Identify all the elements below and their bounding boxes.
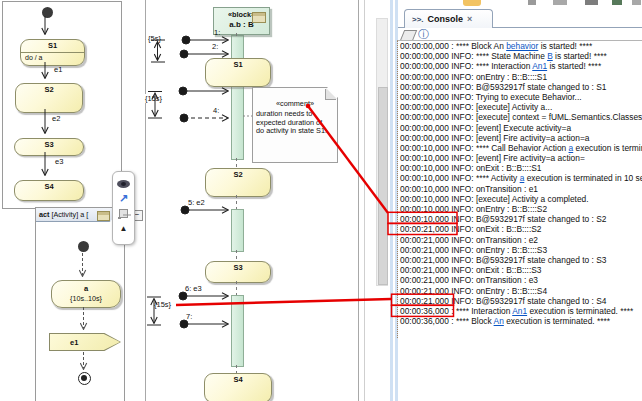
truncated-toolbar-icon-5[interactable] — [632, 0, 641, 5]
console-log-line: 00:00:00,000 INFO: onEntry : B::B::::S1 — [400, 72, 642, 82]
console-log-line: 00:00:00,000 INFO: **** State Machine B … — [400, 51, 642, 61]
message-2-found-dot — [180, 50, 188, 58]
message-1-label[interactable]: 1: — [214, 28, 220, 37]
state-invariant-s4-label: S4 — [205, 374, 271, 386]
tab-console[interactable]: >>. Console × — [404, 9, 493, 28]
state-invariant-s3[interactable]: S3 — [205, 261, 271, 283]
message-7-label[interactable]: 7: — [186, 312, 192, 321]
console-log-line: 00:00:21,000 INFO: B@5932917f state chan… — [400, 255, 642, 265]
duration-constraint-15s-1[interactable]: {15s} — [144, 94, 163, 103]
console-text: 00:00:21,000 INFO: B@5932917f state chan… — [400, 296, 606, 306]
console-link[interactable]: An1 — [512, 306, 527, 316]
console-log-line: 00:00:10,000 INFO: **** Activity a execu… — [400, 173, 642, 183]
duration-arrows[interactable] — [147, 40, 165, 325]
console-text: 00:00:21,000 INFO: onExit : B::B::::S3 — [400, 265, 542, 275]
eye-glyph — [117, 180, 130, 188]
console-log-line: 00:00:21,000 INFO: onExit : B::B::::S2 — [400, 224, 642, 234]
console-link[interactable]: An — [494, 316, 504, 326]
panel-splitter[interactable] — [364, 0, 365, 401]
comment-text: duration needs to expected duration of d… — [253, 108, 332, 136]
transition-label-e3[interactable]: e3 — [55, 157, 63, 166]
activity-frame-header[interactable]: act [Activity] a [ — [36, 208, 116, 222]
console-link[interactable]: An1 — [532, 61, 547, 71]
message-4-label[interactable]: 4: — [213, 106, 219, 115]
transition-label-e1[interactable]: e1 — [54, 65, 62, 74]
message-5-found-dot — [181, 206, 189, 214]
frame-collapse-glyph: − — [135, 210, 140, 219]
console-text: 00:00:21,000 INFO: onTransition : e3 — [400, 275, 538, 285]
message-4-found-dot — [180, 114, 188, 122]
info-icon-glyph: ⓘ — [418, 28, 429, 40]
console-log[interactable]: 00:00:00,000 : **** Block An behavior is… — [397, 40, 642, 338]
state-invariant-s2-label: S2 — [206, 169, 270, 181]
floating-diagram-toolbar[interactable]: ↗ ▲ — [112, 171, 135, 245]
vertical-scrollbar-track[interactable] — [376, 18, 388, 286]
console-text: 00:00:00,000 INFO: onEntry : B::B::::S1 — [400, 72, 547, 82]
console-text: is started! **** — [538, 41, 592, 51]
note-fold-corner — [326, 88, 337, 99]
console-text: 00:00:00,000 INFO: [event] Fire activity… — [400, 133, 589, 143]
truncated-toolbar-icon-2[interactable] — [553, 0, 567, 5]
message-6-found-dot — [179, 292, 187, 300]
console-link[interactable]: behavior — [506, 41, 538, 51]
state-s4[interactable]: S4 — [14, 180, 84, 201]
console-log-line: 00:00:21,000 INFO: onTransition : e2 — [400, 235, 642, 245]
duration-constraint-15s-2[interactable]: {15s} — [153, 300, 172, 309]
state-s1-do-activity: do / a — [21, 53, 84, 61]
activation-bar-2[interactable] — [231, 209, 244, 252]
truncated-toolbar-icon-4[interactable] — [612, 0, 622, 5]
zoom-mode-icon[interactable] — [113, 206, 134, 221]
state-s3[interactable]: S3 — [14, 138, 84, 156]
state-invariant-s3-label: S3 — [206, 262, 270, 274]
state-invariant-s2[interactable]: S2 — [205, 168, 271, 197]
state-machine-diagram-pane[interactable]: S1 do / a S2 S3 S4 e1 e2 e3 — [2, 1, 122, 209]
collapse-triangle-glyph: ▲ — [120, 224, 128, 233]
diagonal-arrow-glyph: ↗ — [119, 192, 128, 205]
console-log-line: 00:00:00,000 INFO: [execute] Activity a.… — [400, 102, 642, 112]
diagonal-arrow-icon[interactable]: ↗ — [113, 191, 134, 206]
message-6-label[interactable]: 6: e3 — [185, 284, 202, 293]
state-invariant-s1[interactable]: S1 — [205, 58, 271, 87]
transition-label-e2[interactable]: e2 — [52, 114, 60, 123]
tab-close-icon[interactable]: × — [467, 14, 472, 24]
initial-node[interactable] — [42, 7, 53, 18]
activation-bar-3[interactable] — [231, 295, 244, 367]
console-log-line: 00:00:10,000 INFO: onTransition : e1 — [400, 184, 642, 194]
state-s1[interactable]: S1 do / a — [20, 39, 85, 66]
dock-chevron-icon[interactable]: >>. — [412, 15, 424, 24]
console-text: 00:00:10,000 INFO: onEntry : B::B::::S2 — [400, 204, 547, 214]
activity-final-node[interactable] — [78, 372, 91, 385]
collapse-triangle-icon[interactable]: ▲ — [113, 221, 134, 236]
truncated-toolbar-icon-3[interactable] — [585, 0, 598, 5]
comment-note[interactable]: «comment» duration needs to expected dur… — [252, 87, 338, 163]
lifeline-head[interactable]: «block» a.b : B — [213, 7, 270, 35]
console-text: 00:00:10,000 INFO: **** Call Behavior Ac… — [400, 143, 569, 153]
vertical-scrollbar-thumb[interactable] — [378, 87, 388, 285]
truncated-toolbar-icon-orange[interactable] — [463, 0, 481, 6]
action-a[interactable]: a {10s..10s} — [51, 280, 121, 308]
console-text: 00:00:10,000 INFO: B@5932917f state chan… — [400, 214, 606, 224]
console-text: 00:00:00,000 INFO: **** State Machine — [400, 51, 547, 61]
console-text: 00:00:21,000 INFO: B@5932917f state chan… — [400, 255, 606, 265]
console-text: 00:00:00,000 INFO: [execute] context = f… — [400, 112, 642, 122]
state-invariant-s4[interactable]: S4 — [204, 373, 272, 401]
activity-initial-node[interactable] — [78, 241, 89, 252]
activation-bar-1[interactable] — [231, 35, 244, 160]
console-log-line: 00:00:10,000 INFO: onExit : B::B::::S1 — [400, 163, 642, 173]
truncated-toolbar-icon-1[interactable] — [528, 0, 536, 5]
block-icon — [252, 12, 266, 23]
message-2-label[interactable]: 2: — [212, 42, 218, 51]
console-text: 00:00:00,000 INFO: [event] Execute activ… — [400, 123, 571, 133]
console-text: 00:00:10,000 INFO: onTransition : e1 — [400, 184, 538, 194]
console-log-line: 00:00:36,000 : **** Block An execution i… — [400, 316, 642, 326]
sequence-pane-left-border — [145, 0, 146, 401]
eye-icon[interactable] — [113, 176, 134, 191]
console-text: execution is terminated. **** — [504, 316, 610, 326]
console-text: execution is terminated in 10 seconds — [524, 173, 642, 183]
console-log-line: 00:00:21,000 INFO: onTransition : e3 — [400, 275, 642, 285]
state-s2[interactable]: S2 — [15, 83, 83, 113]
send-signal-label: e1 — [70, 338, 78, 347]
console-text: 00:00:21,000 INFO: onTransition : e2 — [400, 235, 538, 245]
duration-constraint-5s[interactable]: {5s} — [147, 34, 162, 43]
message-5-label[interactable]: 5: e2 — [188, 198, 205, 207]
